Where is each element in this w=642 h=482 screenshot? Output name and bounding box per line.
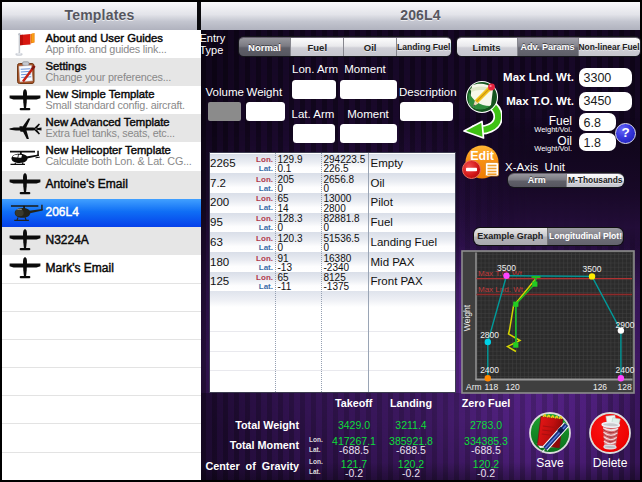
svg-text:2400: 2400 [616, 365, 635, 375]
svg-text:126: 126 [593, 382, 607, 392]
svg-text:128: 128 [618, 382, 632, 392]
svg-text:Arm: Arm [466, 382, 482, 392]
svg-text:2900: 2900 [616, 320, 635, 330]
svg-text:2400: 2400 [480, 365, 499, 375]
svg-text:3500: 3500 [583, 264, 602, 274]
svg-text:120: 120 [506, 382, 520, 392]
svg-text:118: 118 [485, 382, 499, 392]
svg-text:2800: 2800 [480, 330, 499, 340]
svg-text:3500: 3500 [497, 263, 516, 273]
svg-text:Weight: Weight [462, 304, 472, 331]
